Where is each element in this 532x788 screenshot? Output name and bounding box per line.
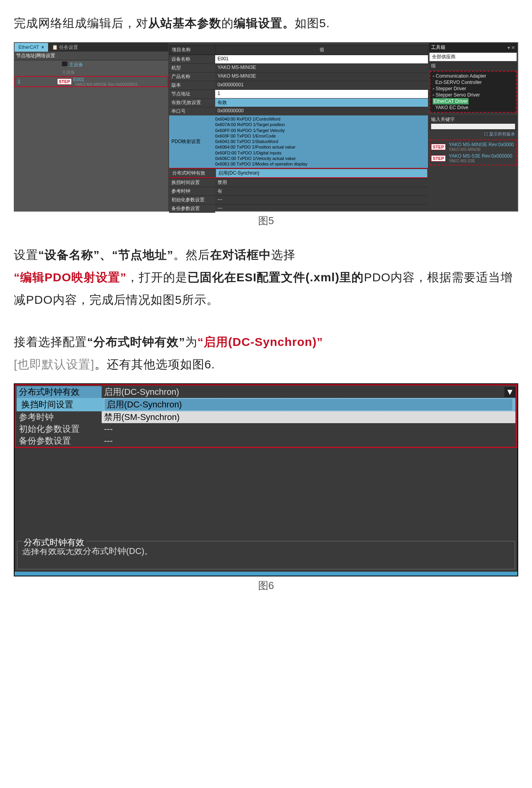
mid-para-1: 设置“设备名称”、“节点地址”。然后在对话框中选择 “编辑PDO映射设置”，打开… <box>14 243 518 311</box>
txt: 如图5. <box>295 17 330 30</box>
f6-row[interactable]: 参考时钟 禁用(SM-Synchron) <box>17 411 515 423</box>
val-bak: --- <box>215 204 428 213</box>
fig5-toolbox: 工具箱 ▾ ⤧ 全部供应商 组 ▫ Communication Adapter … <box>429 43 517 211</box>
f6-label: 备份参数设置 <box>17 435 102 447</box>
kw-input[interactable] <box>431 124 515 129</box>
txt-bold: 编辑设置。 <box>234 17 295 30</box>
tab-task[interactable]: 📋 任务设置 <box>48 43 82 52</box>
txt: 的 <box>221 17 234 30</box>
tab-ethercat[interactable]: EtherCAT× <box>15 43 48 52</box>
lbl-ver: 版本 <box>169 81 215 89</box>
lbl-shift: 换挡时间设置 <box>169 178 215 187</box>
fig6-highlight: 分布式时钟有效 启用(DC-Synchron) ▼ 换挡时间设置 启用(DC-S… <box>15 384 517 448</box>
lbl-init: 初始化参数设置 <box>169 196 215 204</box>
f6-value: 禁用(SM-Synchron) <box>102 411 515 423</box>
yako-item[interactable]: STEP YAKO MS-S3E Rev:0x000000YAKO MS-S3E <box>431 152 515 164</box>
driver-item[interactable]: YAKO EC Drive <box>433 104 513 111</box>
driver-item[interactable]: Ezi-SERVO Controller <box>433 79 513 85</box>
f6-row[interactable]: 换挡时间设置 启用(DC-Synchron) <box>17 398 515 411</box>
fig5-caption: 图5 <box>14 214 518 228</box>
f6-value: 启用(DC-Synchron) <box>102 386 504 398</box>
keyword-box: 输入关键字 <box>429 115 517 130</box>
txt: 完成网络组成编辑后，对 <box>14 17 148 30</box>
lbl-pdo: PDO映射设置 <box>169 115 213 168</box>
val-dc[interactable]: 启用(DC-Synchron) <box>216 169 427 177</box>
toolbox-header: 工具箱 ▾ ⤧ <box>429 43 517 52</box>
fig5-props: 项目名称 值 设备名称E001 机型YAKO MS-MINI3E 产品名称YAK… <box>169 45 428 209</box>
show-all-link[interactable]: ☐ 显示所有版本 <box>429 130 517 138</box>
yako-item[interactable]: STEP YAKO MS-MINI3E Rev:0x0000YAKO MS-MI… <box>431 141 515 152</box>
legend-body: 选择有效或无效分布式时钟(DC)。 <box>22 545 510 557</box>
figure-5: EtherCAT× 📋 任务设置 节点地址|网络设置 主设备 主设备 1 STE… <box>14 42 518 212</box>
val-prod: YAKO MS-MINI3E <box>215 72 428 81</box>
val-shift: 禁用 <box>215 178 428 187</box>
f6-label: 分布式时钟有效 <box>17 386 102 398</box>
dc-highlight: 分布式时钟有效启用(DC-Synchron) <box>169 168 428 178</box>
driver-item[interactable]: EtherCAT Driver <box>433 98 513 104</box>
f6-row[interactable]: 分布式时钟有效 启用(DC-Synchron) ▼ <box>17 386 515 398</box>
lbl-dc: 分布式时钟有效 <box>170 169 216 177</box>
pin-icon[interactable]: ▾ ⤧ <box>508 45 515 50</box>
figure-6: 分布式时钟有效 启用(DC-Synchron) ▼ 换挡时间设置 启用(DC-S… <box>14 383 518 576</box>
lbl-serial: 串口号 <box>169 107 215 115</box>
f6-row: 备份参数设置 --- <box>17 435 515 447</box>
close-icon[interactable]: × <box>41 45 44 50</box>
f6-label: 初始化参数设置 <box>17 423 102 435</box>
kw-label: 输入关键字 <box>431 116 515 123</box>
col-val: 值 <box>216 45 428 54</box>
fig6-legend: 分布式时钟有效 选择有效或无效分布式时钟(DC)。 <box>17 541 515 569</box>
fig6-caption: 图6 <box>14 579 518 593</box>
driver-list: ▫ Communication Adapter Ezi-SERVO Contro… <box>430 71 517 113</box>
pdo-lines: 0x6040:00 RxPDO 1/ControlWord 0x607A:00 … <box>213 115 428 168</box>
f6-value: --- <box>102 424 515 434</box>
intro-text: 完成网络组成编辑后，对从站基本参数的编辑设置。如图5. <box>14 12 518 34</box>
lbl-bak: 备份参数设置 <box>169 204 215 213</box>
toolbox-title: 工具箱 <box>431 44 445 51</box>
chevron-down-icon[interactable]: ▼ <box>504 387 515 397</box>
master-sub: 主设备 <box>15 69 168 75</box>
tab-label: 任务设置 <box>59 45 78 50</box>
lbl-devname: 设备名称 <box>169 55 215 63</box>
lbl-prod: 产品名称 <box>169 72 215 81</box>
f6-label: 参考时钟 <box>17 411 102 423</box>
fig6-spacer <box>15 448 517 539</box>
vendor-combo[interactable]: 全部供应商 <box>430 53 517 61</box>
slave-row[interactable]: 1 STEP E001 YAKO MS-MINI3E Rev:0x0000000… <box>15 76 168 87</box>
lbl-valid: 有效/无效设置 <box>169 98 215 107</box>
fig6-footer-bar <box>15 572 517 576</box>
val-serial: 0x00000000 <box>215 107 428 115</box>
val-valid[interactable]: 有效 <box>215 98 428 107</box>
val-model: YAKO MS-MINI3E <box>215 64 428 72</box>
tab-label: EtherCAT <box>19 45 39 50</box>
lbl-ref: 参考时钟 <box>169 187 215 195</box>
master-label: 主设备 <box>69 62 83 67</box>
fig5-left: EtherCAT× 📋 任务设置 节点地址|网络设置 主设备 主设备 1 STE… <box>15 43 168 211</box>
step-icon: STEP <box>57 78 72 85</box>
yako-devices: STEP YAKO MS-MINI3E Rev:0x0000YAKO MS-MI… <box>430 139 517 165</box>
val-ref: 有 <box>215 187 428 195</box>
slave-name: E001 <box>73 77 138 82</box>
f6-value-selected: 启用(DC-Synchron) <box>104 398 513 411</box>
val-devname[interactable]: E001 <box>215 55 428 63</box>
val-init: --- <box>215 196 428 204</box>
step-icon: STEP <box>431 144 446 150</box>
group-header: 组 <box>429 62 517 70</box>
device-tree: 主设备 主设备 1 STEP E001 YAKO MS-MINI3E Rev:0… <box>15 60 168 211</box>
lbl-node: 节点地址 <box>169 90 215 98</box>
node-index: 1 <box>15 79 57 84</box>
prop-header: 项目名称 值 <box>169 45 428 55</box>
driver-item[interactable]: ▫ Stepper Servo Driver <box>433 92 513 98</box>
sub-header: 节点地址|网络设置 <box>15 52 168 60</box>
f6-value: --- <box>102 436 515 446</box>
driver-item[interactable]: ▫ Stepper Driver <box>433 85 513 92</box>
tab-bar: EtherCAT× 📋 任务设置 <box>15 43 168 52</box>
val-node[interactable]: 1 <box>215 90 428 98</box>
f6-row: 初始化参数设置 --- <box>17 423 515 435</box>
driver-item[interactable]: ▫ Communication Adapter <box>433 73 513 79</box>
slave-rev: YAKO MS-MINI3E Rev:0x00000001 <box>75 82 138 87</box>
val-ver: 0x00000001 <box>215 81 428 89</box>
step-icon: STEP <box>431 155 446 162</box>
pdo-block[interactable]: PDO映射设置 0x6040:00 RxPDO 1/ControlWord 0x… <box>169 115 428 168</box>
f6-label: 换挡时间设置 <box>19 399 104 411</box>
legend-title: 分布式时钟有效 <box>22 537 86 548</box>
